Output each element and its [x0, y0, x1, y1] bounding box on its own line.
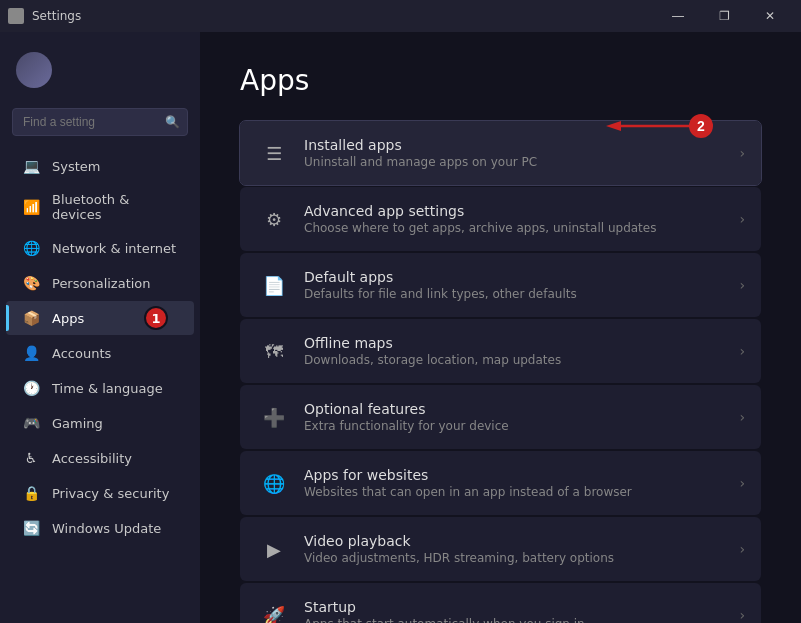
minimize-button[interactable]: — [655, 0, 701, 32]
settings-item-installed-apps[interactable]: ☰Installed appsUninstall and manage apps… [240, 121, 761, 185]
video-playback-subtitle: Video adjustments, HDR streaming, batter… [304, 551, 739, 565]
default-apps-icon: 📄 [256, 267, 292, 303]
sidebar-item-label-privacy: Privacy & security [52, 486, 169, 501]
sidebar-item-time[interactable]: 🕐Time & language [6, 371, 194, 405]
settings-item-video-playback[interactable]: ▶Video playbackVideo adjustments, HDR st… [240, 517, 761, 581]
settings-item-advanced-app-settings[interactable]: ⚙Advanced app settingsChoose where to ge… [240, 187, 761, 251]
installed-apps-title: Installed apps [304, 137, 739, 153]
search-box: 🔍 [12, 108, 188, 136]
sidebar-item-privacy[interactable]: 🔒Privacy & security [6, 476, 194, 510]
advanced-app-settings-text: Advanced app settingsChoose where to get… [304, 203, 739, 235]
search-icon: 🔍 [165, 115, 180, 129]
offline-maps-chevron-icon: › [739, 343, 745, 359]
settings-item-container-apps-for-websites: 🌐Apps for websitesWebsites that can open… [240, 451, 761, 515]
settings-item-container-default-apps: 📄Default appsDefaults for file and link … [240, 253, 761, 317]
offline-maps-text: Offline mapsDownloads, storage location,… [304, 335, 739, 367]
sidebar: 🔍 💻System📶Bluetooth & devices🌐Network & … [0, 32, 200, 623]
apps-for-websites-title: Apps for websites [304, 467, 739, 483]
default-apps-title: Default apps [304, 269, 739, 285]
close-button[interactable]: ✕ [747, 0, 793, 32]
apps-nav-icon: 📦 [22, 309, 40, 327]
settings-item-container-advanced-app-settings: ⚙Advanced app settingsChoose where to ge… [240, 187, 761, 251]
installed-apps-text: Installed appsUninstall and manage apps … [304, 137, 739, 169]
video-playback-title: Video playback [304, 533, 739, 549]
settings-item-container-offline-maps: 🗺Offline mapsDownloads, storage location… [240, 319, 761, 383]
annotation-badge-1: 1 [144, 306, 168, 330]
sidebar-item-system[interactable]: 💻System [6, 149, 194, 183]
sidebar-item-label-accessibility: Accessibility [52, 451, 132, 466]
settings-item-offline-maps[interactable]: 🗺Offline mapsDownloads, storage location… [240, 319, 761, 383]
sidebar-item-gaming[interactable]: 🎮Gaming [6, 406, 194, 440]
settings-item-apps-for-websites[interactable]: 🌐Apps for websitesWebsites that can open… [240, 451, 761, 515]
startup-subtitle: Apps that start automatically when you s… [304, 617, 739, 623]
gaming-nav-icon: 🎮 [22, 414, 40, 432]
installed-apps-icon: ☰ [256, 135, 292, 171]
advanced-app-settings-icon: ⚙ [256, 201, 292, 237]
sidebar-item-label-bluetooth: Bluetooth & devices [52, 192, 178, 222]
user-avatar-section [0, 40, 200, 100]
sidebar-item-label-system: System [52, 159, 100, 174]
apps-for-websites-text: Apps for websitesWebsites that can open … [304, 467, 739, 499]
default-apps-chevron-icon: › [739, 277, 745, 293]
search-input[interactable] [12, 108, 188, 136]
privacy-nav-icon: 🔒 [22, 484, 40, 502]
title-bar-left: Settings [8, 8, 81, 24]
installed-apps-chevron-icon: › [739, 145, 745, 161]
startup-text: StartupApps that start automatically whe… [304, 599, 739, 623]
title-bar-text: Settings [32, 9, 81, 23]
advanced-app-settings-title: Advanced app settings [304, 203, 739, 219]
time-nav-icon: 🕐 [22, 379, 40, 397]
optional-features-chevron-icon: › [739, 409, 745, 425]
video-playback-text: Video playbackVideo adjustments, HDR str… [304, 533, 739, 565]
sidebar-item-bluetooth[interactable]: 📶Bluetooth & devices [6, 184, 194, 230]
settings-item-container-video-playback: ▶Video playbackVideo adjustments, HDR st… [240, 517, 761, 581]
sidebar-item-label-network: Network & internet [52, 241, 176, 256]
optional-features-icon: ➕ [256, 399, 292, 435]
startup-icon: 🚀 [256, 597, 292, 623]
main-content: Apps ☰Installed appsUninstall and manage… [200, 32, 801, 623]
optional-features-subtitle: Extra functionality for your device [304, 419, 739, 433]
sidebar-item-personalization[interactable]: 🎨Personalization [6, 266, 194, 300]
apps-for-websites-icon: 🌐 [256, 465, 292, 501]
sidebar-item-label-personalization: Personalization [52, 276, 151, 291]
advanced-app-settings-chevron-icon: › [739, 211, 745, 227]
apps-for-websites-chevron-icon: › [739, 475, 745, 491]
settings-app-icon [8, 8, 24, 24]
offline-maps-subtitle: Downloads, storage location, map updates [304, 353, 739, 367]
installed-apps-subtitle: Uninstall and manage apps on your PC [304, 155, 739, 169]
title-bar: Settings — ❐ ✕ [0, 0, 801, 32]
sidebar-item-apps[interactable]: 📦Apps1 [6, 301, 194, 335]
system-nav-icon: 💻 [22, 157, 40, 175]
sidebar-item-accounts[interactable]: 👤Accounts [6, 336, 194, 370]
avatar [16, 52, 52, 88]
bluetooth-nav-icon: 📶 [22, 198, 40, 216]
sidebar-item-label-time: Time & language [52, 381, 163, 396]
settings-item-container-startup: 🚀StartupApps that start automatically wh… [240, 583, 761, 623]
sidebar-item-network[interactable]: 🌐Network & internet [6, 231, 194, 265]
sidebar-item-label-accounts: Accounts [52, 346, 111, 361]
update-nav-icon: 🔄 [22, 519, 40, 537]
default-apps-subtitle: Defaults for file and link types, other … [304, 287, 739, 301]
apps-for-websites-subtitle: Websites that can open in an app instead… [304, 485, 739, 499]
settings-list: ☰Installed appsUninstall and manage apps… [240, 121, 761, 623]
video-playback-chevron-icon: › [739, 541, 745, 557]
default-apps-text: Default appsDefaults for file and link t… [304, 269, 739, 301]
video-playback-icon: ▶ [256, 531, 292, 567]
window-controls: — ❐ ✕ [655, 0, 793, 32]
settings-item-container-installed-apps: ☰Installed appsUninstall and manage apps… [240, 121, 761, 185]
accounts-nav-icon: 👤 [22, 344, 40, 362]
network-nav-icon: 🌐 [22, 239, 40, 257]
startup-chevron-icon: › [739, 607, 745, 623]
sidebar-item-label-apps: Apps [52, 311, 84, 326]
accessibility-nav-icon: ♿ [22, 449, 40, 467]
page-title: Apps [240, 64, 761, 97]
settings-item-startup[interactable]: 🚀StartupApps that start automatically wh… [240, 583, 761, 623]
settings-item-optional-features[interactable]: ➕Optional featuresExtra functionality fo… [240, 385, 761, 449]
personalization-nav-icon: 🎨 [22, 274, 40, 292]
optional-features-text: Optional featuresExtra functionality for… [304, 401, 739, 433]
sidebar-item-update[interactable]: 🔄Windows Update [6, 511, 194, 545]
app-container: 🔍 💻System📶Bluetooth & devices🌐Network & … [0, 32, 801, 623]
sidebar-item-accessibility[interactable]: ♿Accessibility [6, 441, 194, 475]
maximize-button[interactable]: ❐ [701, 0, 747, 32]
settings-item-default-apps[interactable]: 📄Default appsDefaults for file and link … [240, 253, 761, 317]
